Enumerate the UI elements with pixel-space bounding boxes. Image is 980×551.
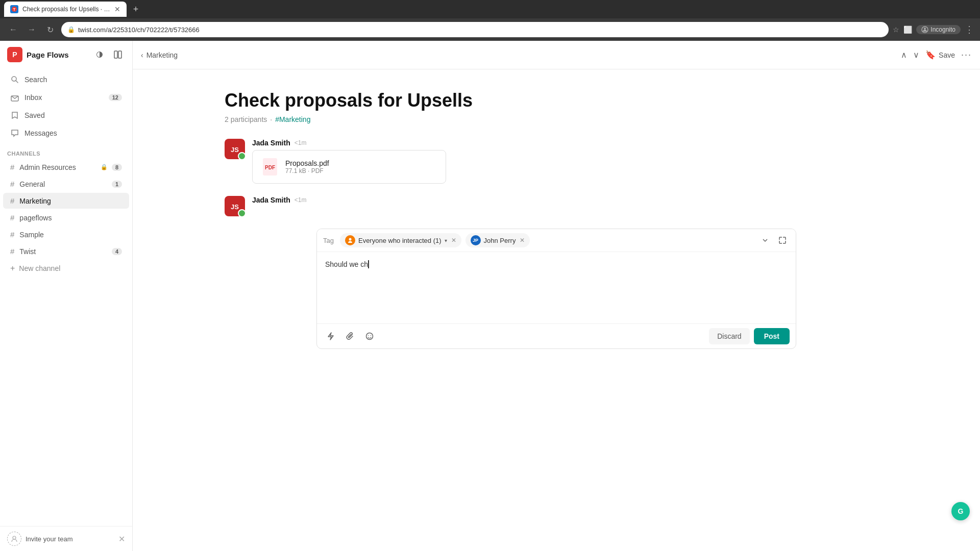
sidebar-item-search[interactable]: Search — [3, 71, 129, 88]
extension-icon[interactable]: ⬜ — [903, 26, 912, 34]
channel-admin-resources[interactable]: # Admin Resources 🔒 8 — [3, 159, 129, 175]
nav-bar: ← → ↻ 🔒 twist.com/a/225310/ch/702222/t/5… — [0, 18, 980, 41]
active-tab[interactable]: T Check proposals for Upsells · Pa ✕ — [4, 2, 127, 17]
discard-button[interactable]: Discard — [709, 328, 749, 344]
tag-chip-john-perry[interactable]: JP John Perry ✕ — [465, 233, 530, 247]
svg-text:T: T — [13, 7, 16, 12]
channel-general-badge: 1 — [112, 181, 122, 188]
sidebar: P Page Flows Search — [0, 41, 133, 551]
tab-title: Check proposals for Upsells · Pa — [22, 6, 110, 13]
tag-bar: Tag Everyone who interacted (1) ▾ ✕ JP — [317, 229, 796, 252]
tab-favicon: T — [10, 5, 18, 13]
layout-button[interactable] — [111, 47, 125, 62]
address-bar[interactable]: 🔒 twist.com/a/225310/ch/702222/t/5732666 — [61, 22, 889, 37]
channel-marketing[interactable]: # Marketing — [3, 193, 129, 209]
add-channel-button[interactable]: + New channel — [3, 260, 129, 277]
attachment-tool-button[interactable] — [342, 329, 358, 344]
saved-label: Saved — [24, 111, 122, 119]
participants-count: 2 participants — [225, 115, 267, 123]
svg-rect-4 — [114, 51, 117, 58]
hash-icon: # — [10, 163, 14, 171]
main-content: ‹ Marketing ∧ ∨ 🔖 Save ··· Check proposa… — [133, 41, 980, 551]
messages-label: Messages — [24, 129, 122, 137]
plus-icon: + — [10, 264, 15, 273]
nav-down-button[interactable]: ∨ — [913, 50, 919, 60]
hash-icon: # — [10, 230, 14, 239]
new-tab-button[interactable]: + — [129, 2, 143, 16]
composer-text: Should we ch — [325, 260, 368, 268]
expand-composer-button[interactable] — [775, 233, 790, 247]
post-button[interactable]: Post — [754, 328, 790, 344]
remove-everyone-tag-button[interactable]: ✕ — [451, 237, 456, 244]
add-channel-label: New channel — [19, 264, 60, 272]
remove-john-perry-tag-button[interactable]: ✕ — [520, 237, 525, 244]
channel-general[interactable]: # General 1 — [3, 176, 129, 192]
sidebar-header-actions — [92, 47, 125, 62]
emoji-tool-button[interactable] — [362, 329, 377, 344]
everyone-chip-label: Everyone who interacted (1) — [358, 237, 442, 244]
invite-team-button[interactable]: Invite your team — [7, 532, 73, 546]
forward-button[interactable]: → — [24, 22, 39, 37]
thread-meta: 2 participants · #Marketing — [225, 115, 888, 123]
thread-content: Check proposals for Upsells 2 participan… — [133, 69, 980, 551]
hash-icon: # — [10, 180, 14, 188]
back-button[interactable]: ← — [6, 22, 20, 37]
tab-bar: T Check proposals for Upsells · Pa ✕ + — [0, 0, 980, 18]
collapse-composer-button[interactable] — [758, 233, 772, 247]
grammarly-button[interactable]: G — [951, 502, 970, 520]
channel-twist-label: Twist — [19, 247, 108, 256]
sidebar-item-inbox[interactable]: Inbox 12 — [3, 89, 129, 106]
dark-mode-button[interactable] — [92, 47, 107, 62]
message-header-1: Jada Smith <1m — [252, 139, 888, 147]
save-button[interactable]: 🔖 Save — [925, 50, 955, 60]
dismiss-invite-button[interactable]: ✕ — [118, 534, 125, 544]
john-perry-icon: JP — [471, 235, 481, 245]
text-cursor — [368, 260, 369, 268]
channel-pageflows[interactable]: # pageflows — [3, 210, 129, 226]
breadcrumb: Marketing — [146, 51, 178, 59]
channel-twist-badge: 4 — [112, 248, 122, 255]
workspace-name: Page Flows — [27, 51, 88, 59]
channel-general-label: General — [19, 180, 108, 188]
tag-bar-actions — [758, 233, 790, 247]
invite-icon — [7, 532, 21, 546]
message-2: JS Jada Smith <1m — [225, 196, 888, 216]
more-options-button[interactable]: ··· — [961, 49, 972, 60]
thread-title: Check proposals for Upsells — [225, 90, 888, 111]
refresh-button[interactable]: ↻ — [43, 22, 57, 37]
nav-up-button[interactable]: ∧ — [901, 50, 907, 60]
menu-button[interactable]: ⋮ — [965, 24, 974, 35]
incognito-badge: Incognito — [916, 25, 961, 34]
sidebar-item-messages[interactable]: Messages — [3, 124, 129, 142]
message-time-2: <1m — [295, 196, 307, 204]
channel-link[interactable]: #Marketing — [275, 115, 310, 123]
lightning-tool-button[interactable] — [323, 329, 338, 344]
message-time-1: <1m — [295, 139, 307, 146]
hash-icon: # — [10, 196, 14, 205]
message-body-2: Jada Smith <1m — [252, 196, 888, 216]
back-arrow-button[interactable]: ‹ — [141, 51, 143, 59]
app-container: P Page Flows Search — [0, 41, 980, 551]
message-body-1: Jada Smith <1m PDF Proposals.pdf 77.1 kB… — [252, 139, 888, 184]
channel-pageflows-label: pageflows — [19, 214, 122, 222]
search-icon — [10, 75, 19, 84]
tab-close-button[interactable]: ✕ — [114, 5, 120, 13]
composer-text-input[interactable]: Should we ch — [317, 252, 796, 323]
top-bar: ‹ Marketing ∧ ∨ 🔖 Save ··· — [133, 41, 980, 69]
message-author-1: Jada Smith — [252, 139, 290, 147]
channel-admin-resources-badge: 8 — [112, 164, 122, 171]
message-author-2: Jada Smith — [252, 196, 290, 204]
sidebar-item-saved[interactable]: Saved — [3, 107, 129, 124]
svg-point-19 — [371, 335, 372, 336]
tag-chip-everyone[interactable]: Everyone who interacted (1) ▾ ✕ — [340, 233, 461, 247]
svg-point-9 — [13, 536, 16, 539]
channel-twist[interactable]: # Twist 4 — [3, 243, 129, 259]
channel-sample[interactable]: # Sample — [3, 227, 129, 242]
invite-team-label: Invite your team — [26, 535, 73, 543]
channels-section-title: Channels — [0, 144, 132, 159]
search-label: Search — [24, 76, 122, 84]
attachment-pdf[interactable]: PDF Proposals.pdf 77.1 kB · PDF — [252, 150, 446, 184]
hash-icon: # — [10, 247, 14, 256]
star-icon[interactable]: ☆ — [893, 26, 899, 34]
svg-point-3 — [924, 28, 926, 30]
